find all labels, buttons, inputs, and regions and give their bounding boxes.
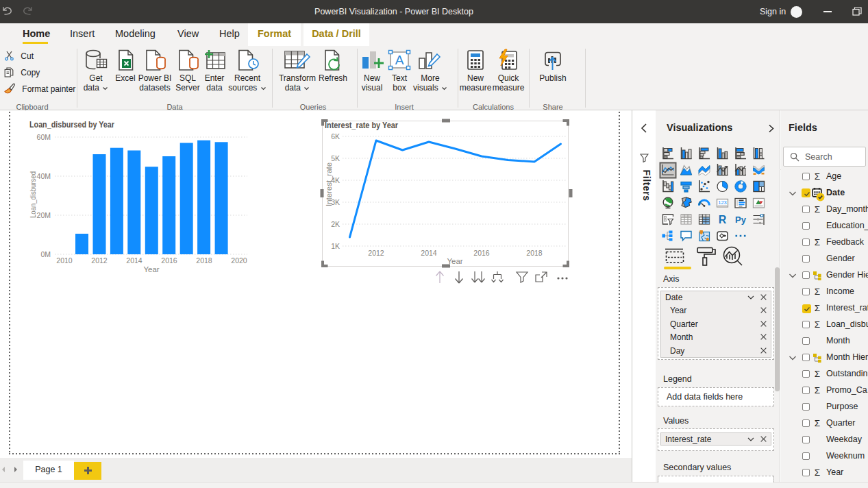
svg-text:123: 123: [718, 199, 727, 206]
svg-text:2014: 2014: [126, 256, 142, 265]
svg-text:40M: 40M: [37, 172, 51, 180]
svg-text:Loan_disbursed by Year: Loan_disbursed by Year: [29, 119, 115, 130]
svg-text:2018: 2018: [196, 256, 212, 265]
svg-text:Py: Py: [735, 215, 747, 225]
svg-text:2012: 2012: [91, 256, 108, 265]
svg-text:20M: 20M: [37, 211, 51, 219]
svg-text:60M: 60M: [37, 133, 51, 141]
svg-text:2010: 2010: [56, 256, 73, 265]
svg-text:0M: 0M: [40, 250, 51, 258]
svg-text:2020: 2020: [231, 256, 247, 265]
svg-text:2016: 2016: [161, 256, 177, 265]
svg-text:Loan_disbursed: Loan_disbursed: [29, 171, 37, 218]
svg-text:A: A: [395, 53, 404, 67]
svg-text:Year: Year: [143, 265, 159, 273]
svg-text:R: R: [719, 214, 727, 225]
